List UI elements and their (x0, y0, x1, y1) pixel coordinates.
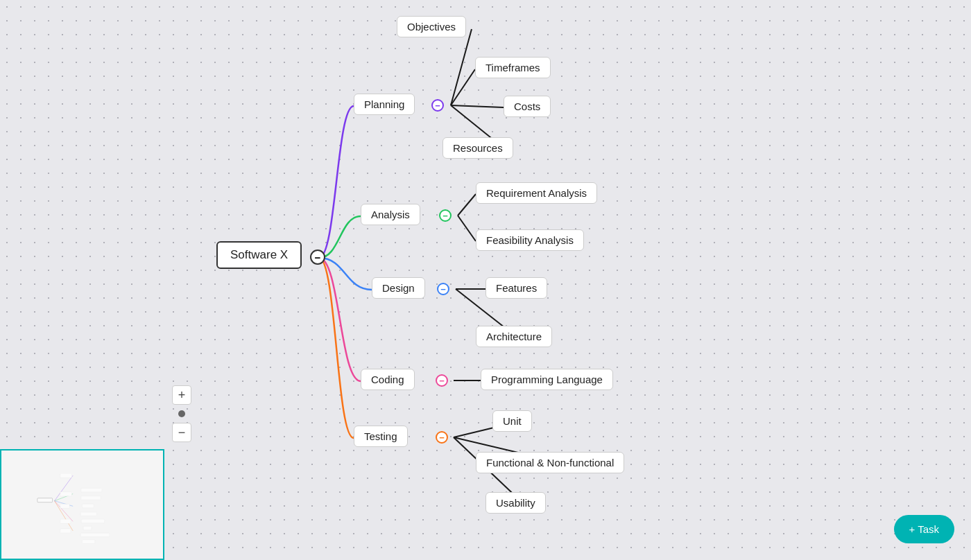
objectives-node: Objectives (397, 16, 466, 37)
zoom-indicator (178, 410, 185, 417)
timeframes-node: Timeframes (475, 57, 551, 78)
svg-line-4 (458, 194, 476, 216)
resources-node: Resources (442, 137, 513, 159)
zoom-out-button[interactable]: − (172, 423, 191, 442)
usability-node: Usability (486, 492, 546, 514)
coding-label: Coding (371, 374, 404, 385)
analysis-label: Analysis (371, 209, 410, 220)
coding-collapse-button[interactable]: − (436, 374, 448, 387)
svg-line-15 (55, 501, 74, 522)
svg-rect-18 (60, 473, 72, 478)
functional-node: Functional & Non-functional (476, 452, 624, 473)
analysis-collapse-button[interactable]: − (439, 209, 452, 222)
svg-line-0 (451, 29, 472, 105)
features-node: Features (486, 277, 547, 299)
requirement-analysis-node: Requirement Analysis (476, 182, 597, 204)
svg-rect-20 (60, 504, 69, 508)
costs-node: Costs (504, 96, 551, 117)
add-task-button[interactable]: + Task (894, 515, 955, 543)
svg-rect-26 (80, 512, 96, 516)
zoom-controls: + − (172, 385, 191, 442)
architecture-node: Architecture (476, 326, 552, 347)
planning-label: Planning (364, 98, 404, 110)
planning-collapse-button[interactable]: − (431, 99, 444, 112)
svg-line-12 (55, 475, 74, 501)
coding-node: Coding (361, 369, 415, 390)
testing-collapse-button[interactable]: − (436, 431, 448, 444)
feasibility-analysis-node: Feasibility Analysis (476, 229, 584, 251)
svg-rect-24 (81, 496, 101, 500)
svg-rect-22 (60, 529, 71, 533)
design-node: Design (372, 277, 425, 299)
svg-line-1 (451, 69, 475, 105)
design-label: Design (382, 282, 415, 294)
svg-rect-25 (83, 504, 94, 507)
svg-rect-28 (83, 526, 92, 530)
programming-language-node: Programming Language (481, 369, 613, 390)
planning-node: Planning (354, 94, 415, 115)
svg-rect-23 (81, 489, 102, 492)
svg-rect-29 (80, 533, 110, 536)
svg-rect-30 (83, 540, 95, 543)
minimap (0, 449, 164, 560)
root-label: Software X (230, 248, 288, 261)
testing-node: Testing (354, 426, 408, 447)
root-node: Software X (216, 241, 302, 269)
svg-rect-21 (60, 519, 71, 523)
svg-rect-19 (60, 492, 72, 496)
design-collapse-button[interactable]: − (437, 283, 449, 295)
svg-rect-27 (81, 519, 104, 523)
svg-rect-17 (37, 498, 53, 502)
zoom-in-button[interactable]: + (172, 385, 191, 405)
add-task-label: + Task (909, 523, 940, 535)
svg-line-5 (458, 216, 476, 241)
unit-node: Unit (492, 410, 532, 432)
root-collapse-button[interactable]: − (310, 250, 325, 265)
analysis-node: Analysis (361, 204, 420, 225)
testing-label: Testing (364, 430, 397, 442)
